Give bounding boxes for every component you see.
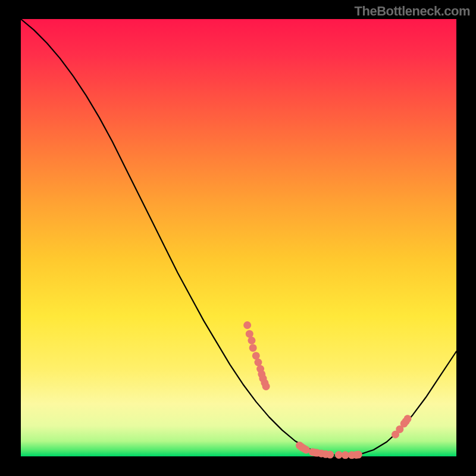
data-point — [254, 358, 262, 366]
data-point — [404, 415, 412, 422]
data-point — [252, 352, 260, 359]
data-point — [326, 451, 334, 459]
data-point — [355, 451, 362, 459]
chart-container: TheBottleneck.com — [0, 0, 476, 476]
data-point — [249, 344, 257, 352]
watermark-text: TheBottleneck.com — [355, 4, 470, 19]
data-point — [243, 321, 251, 329]
data-point — [262, 383, 270, 390]
chart-svg — [0, 0, 476, 476]
plot-background — [21, 19, 456, 456]
data-point — [246, 330, 253, 338]
data-point — [248, 337, 255, 345]
